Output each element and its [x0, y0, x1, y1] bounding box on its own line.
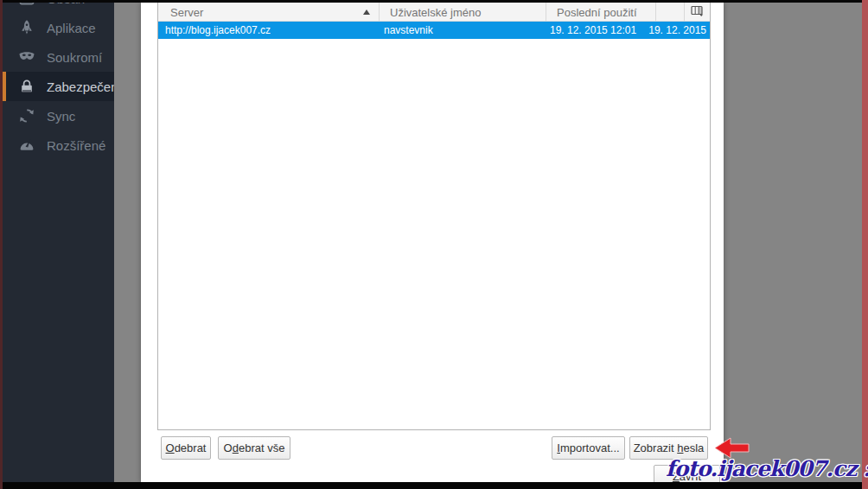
sort-ascending-icon: [363, 10, 370, 15]
cell-server: http://blog.ijacek007.cz: [165, 22, 271, 39]
cell-last-changed: 19. 12. 2015: [648, 22, 706, 39]
sidebar-item-label: Rozšířené: [47, 138, 105, 153]
sidebar-item-applications[interactable]: Aplikace: [3, 13, 114, 42]
sidebar-item-label: Aplikace: [47, 21, 96, 35]
column-header-last-used[interactable]: Poslední použití: [546, 3, 655, 22]
sidebar-item-sync[interactable]: Sync: [3, 101, 114, 130]
sidebar-item-privacy[interactable]: Soukromí: [3, 42, 114, 72]
rocket-icon: [17, 19, 36, 36]
content-icon: [17, 3, 36, 7]
frame-border-right: [862, 0, 868, 489]
sync-icon: [17, 107, 36, 124]
frame-border-left: [0, 0, 3, 489]
gauge-icon: [17, 137, 36, 154]
import-button[interactable]: Importovat...: [552, 436, 625, 460]
column-header-server[interactable]: Server: [158, 3, 379, 22]
sidebar-item-security[interactable]: Zabezpečení: [3, 72, 114, 101]
frame-border-bottom: [0, 482, 868, 489]
mask-icon: [17, 48, 36, 66]
remove-all-button[interactable]: Odebrat vše: [218, 436, 290, 460]
sidebar-item-content[interactable]: Obsah: [3, 3, 114, 13]
sidebar-item-advanced[interactable]: Rozšířené: [3, 130, 114, 160]
logins-list[interactable]: Server Uživatelské jméno Poslední použit…: [157, 3, 711, 430]
lock-icon: [17, 78, 36, 95]
sidebar: Obsah Aplikace: [3, 3, 114, 482]
saved-passwords-dialog: Server Uživatelské jméno Poslední použit…: [141, 3, 724, 482]
sidebar-item-label: Sync: [47, 109, 75, 124]
sidebar-item-label: Zabezpečení: [47, 79, 114, 94]
preferences-screen: Obsah Aplikace: [3, 3, 862, 482]
column-header-username[interactable]: Uživatelské jméno: [379, 3, 546, 22]
cell-username: navstevnik: [384, 22, 433, 39]
screenshot-canvas: Obsah Aplikace: [0, 0, 868, 489]
column-picker-icon: [691, 5, 704, 19]
column-header-blank: [655, 3, 684, 22]
cell-last-used: 19. 12. 2015 12:01: [550, 22, 636, 39]
column-picker-button[interactable]: [684, 3, 710, 22]
remove-button[interactable]: Odebrat: [161, 436, 211, 460]
sidebar-item-label: Soukromí: [47, 50, 102, 65]
watermark: foto.ijacek007.cz :-): [666, 456, 868, 481]
table-header: Server Uživatelské jméno Poslední použit…: [158, 3, 710, 22]
selected-accent-bar: [3, 72, 6, 101]
sidebar-item-label: Obsah: [47, 3, 85, 6]
frame-border-top: [0, 0, 868, 3]
table-row[interactable]: http://blog.ijacek007.cz navstevnik 19. …: [158, 22, 710, 39]
